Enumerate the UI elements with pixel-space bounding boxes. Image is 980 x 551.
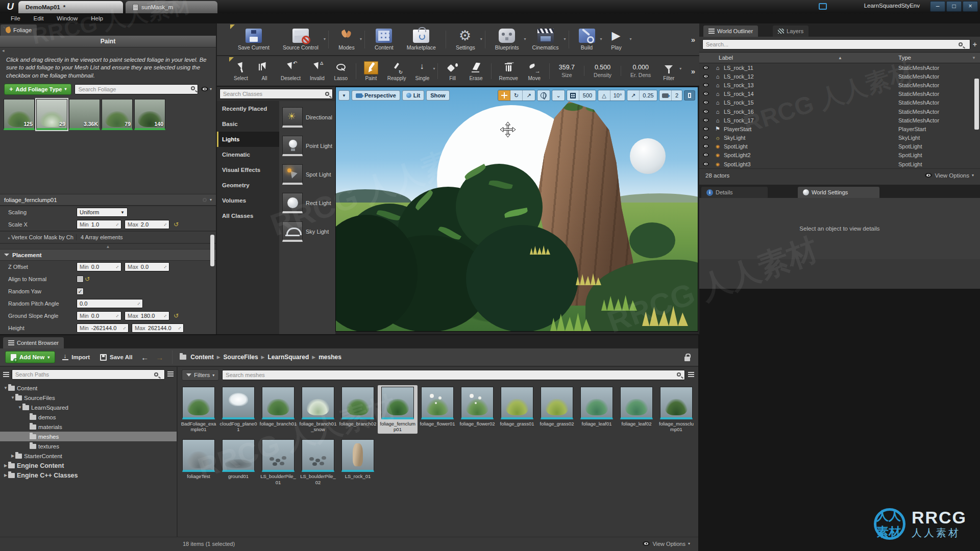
height-min-field[interactable]: Min-262144.0↕ [77,323,129,333]
asset-foliagetest[interactable]: foliageTest [179,438,218,486]
tree-item-sourcefiles[interactable]: ▼SourceFiles [0,393,177,403]
spinner-icon[interactable]: ↕ [163,222,168,227]
foliage-type-thumbnail[interactable]: 125 [4,99,35,130]
tree-arrow-icon[interactable]: ▶ [3,473,8,478]
asset-ls-boulderpile-01[interactable]: LS_boulderPile_01 [258,438,298,486]
visibility-toggle[interactable] [702,82,709,88]
spinner-icon[interactable]: ↕ [115,313,120,318]
tree-item-engine-content[interactable]: ▶Engine Content [0,461,177,470]
scale-x-max-field[interactable]: Max2.0↕ [125,220,169,229]
paint-tool-single[interactable]: Single▾ [411,61,434,81]
place-item-sky-light[interactable]: Sky Light [282,217,335,246]
toolbar-button-build[interactable]: Build▾ [572,29,602,51]
asset-foliage-leaf02[interactable]: foliage_leaf02 [617,385,656,434]
tree-item-content[interactable]: ▼Content [0,383,177,393]
lock-icon[interactable] [684,357,690,361]
toolbar-button-play[interactable]: Play▾ [602,29,631,51]
asset-cloudfog-plane01[interactable]: cloudFog_plane01 [218,385,258,434]
menu-help[interactable]: Help [84,13,110,23]
chevron-down-icon[interactable]: ▾ [433,66,435,71]
spinner-icon[interactable]: ↕ [115,222,120,227]
paint-tool-fill[interactable]: Fill [441,61,464,81]
mode-category-lights[interactable]: Lights [217,132,279,147]
move-tool-button[interactable] [498,90,510,101]
brush-field-er-dens[interactable]: 0.000Er. Dens [624,64,657,78]
breadcrumb-sourcefiles[interactable]: SourceFiles [224,354,258,361]
visibility-toggle[interactable] [702,91,709,97]
tree-item-materials[interactable]: materials [0,422,177,432]
visibility-toggle[interactable] [702,135,709,141]
filters-button[interactable]: Filters ▾ [182,369,219,381]
chevron-down-icon[interactable]: ▾ [360,37,362,41]
z-offset-max-field[interactable]: Max0.0↕ [125,262,169,271]
scaling-dropdown[interactable]: Uniform▼ [77,208,128,217]
toolbar-button-blueprints[interactable]: Blueprints▾ [488,29,526,51]
mode-category-basic[interactable]: Basic [217,116,279,132]
place-item-point-light[interactable]: Point Light [282,132,335,160]
paint-tool-erase[interactable]: Erase [464,61,488,81]
outliner-search-input[interactable] [702,39,970,49]
asset-foliage-fernclump01[interactable]: foliage_fernclump01 [378,385,418,434]
lit-mode-button[interactable]: Lit [402,90,424,101]
visibility-toggle[interactable] [702,109,709,115]
visibility-toggle[interactable] [702,152,709,158]
place-item-spot-light[interactable]: Spot Light [282,160,335,189]
classes-search-input[interactable] [219,89,333,99]
grid-snap-value[interactable]: 500 [579,90,596,101]
foliage-type-thumbnail[interactable]: 79 [102,99,133,130]
foliage-type-thumbnail[interactable]: 140 [134,99,165,130]
visibility-toggle[interactable] [702,143,709,149]
tree-arrow-icon[interactable]: ▼ [3,386,8,390]
scale-snap-toggle[interactable]: ↗ [627,90,640,101]
rotation-snap-value[interactable]: 10° [610,90,625,101]
foliage-type-thumbnail[interactable]: 29 [36,99,67,130]
asset-foliage-mossclump01[interactable]: foliage_mossclump01 [656,385,696,434]
chevron-down-icon[interactable]: ▾ [324,37,326,41]
asset-ls-rock-01[interactable]: LS_rock_01 [338,438,378,486]
tab-details[interactable]: i Details [701,187,768,198]
cb-view-options-button[interactable]: View Options▾ [643,541,690,547]
spinner-icon[interactable]: ↕ [122,325,127,331]
search-paths-input[interactable] [12,369,165,380]
perspective-button[interactable]: Perspective [352,90,400,101]
ground-slope-min-field[interactable]: Min0.0↕ [77,311,121,320]
outliner-row-ls-rock-14[interactable]: ⌂LS_rock_14StaticMeshActor [699,90,980,98]
place-item-directional-light[interactable]: Directional Light [282,103,335,132]
tree-arrow-icon[interactable]: ▶ [10,454,15,458]
asset-tab-sunmask[interactable]: sunMask_m [126,1,217,13]
tree-item-textures[interactable]: textures [0,441,177,451]
tree-arrow-icon[interactable]: ▼ [10,395,15,400]
toolbar-overflow-chevron[interactable]: » [691,35,699,44]
toolbar-button-source-control[interactable]: Source Control▾ [276,29,325,51]
tree-item-demos[interactable]: demos [0,412,177,422]
visibility-toggle[interactable] [702,161,709,167]
outliner-row-skylight[interactable]: ☼SkyLightSkyLight [699,134,980,142]
level-tab-demomap01[interactable]: DemoMap01* [18,1,123,13]
asset-ls-boulderpile-02[interactable]: LS_boulderPile_02 [298,438,338,486]
surface-snap-button[interactable]: ⌄ [552,90,565,101]
brush-field-size[interactable]: 359.7Size [553,64,581,78]
visibility-toggle[interactable] [702,65,709,71]
close-button[interactable]: × [963,1,978,12]
scale-tool-button[interactable]: ↗ [523,90,535,101]
tree-item-startercontent[interactable]: ▶StarterContent [0,451,177,461]
restore-button[interactable]: □ [946,1,962,12]
brush-field-density[interactable]: 0.500Density [587,64,618,78]
reset-to-default-icon[interactable]: ↺ [174,221,179,228]
asset-foliage-leaf01[interactable]: foliage_leaf01 [577,385,617,434]
paint-tool-invalid[interactable]: Invalid [305,61,329,81]
toolbar-button-save-current[interactable]: Save Current [231,29,276,51]
scale-snap-value[interactable]: 0.25 [640,90,657,101]
save-all-button[interactable]: Save All [97,354,135,361]
paint-tool-lasso[interactable]: Lasso [329,61,353,81]
camera-speed-button[interactable] [659,90,672,101]
find-icon[interactable] [203,198,207,202]
sources-view-icon[interactable] [167,371,174,378]
breadcrumb-content[interactable]: Content [190,354,213,361]
asset-badfoliage-example01[interactable]: BadFoliage_example01 [179,385,218,434]
tree-arrow-icon[interactable]: ▶ [3,463,8,468]
panel-collapse-arrow[interactable]: ◂ [0,47,216,54]
back-button[interactable]: ← [139,353,150,362]
ground-slope-max-field[interactable]: Max180.0↕ [125,311,169,320]
toolbar-button-cinematics[interactable]: Cinematics▾ [526,29,566,51]
